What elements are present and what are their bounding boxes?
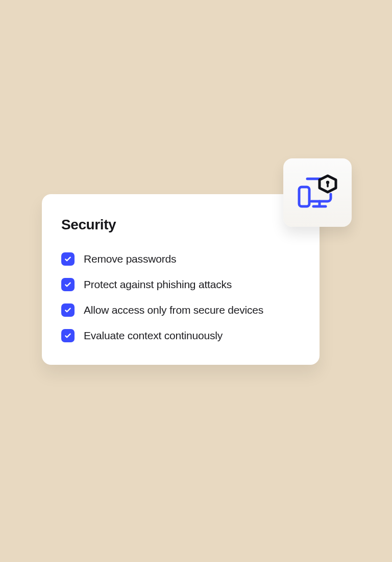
security-check-list: Remove passwords Protect against phishin… — [61, 252, 300, 342]
secure-devices-icon — [295, 173, 340, 213]
check-label: Protect against phishing attacks — [84, 278, 232, 291]
check-label: Allow access only from secure devices — [84, 304, 263, 316]
check-row: Allow access only from secure devices — [61, 303, 300, 317]
checkbox-remove-passwords[interactable] — [61, 252, 75, 266]
check-icon — [64, 306, 72, 314]
checkbox-secure-devices[interactable] — [61, 303, 75, 317]
check-icon — [64, 280, 72, 289]
check-row: Remove passwords — [61, 252, 300, 266]
checkbox-evaluate-context[interactable] — [61, 329, 75, 342]
security-card: Security Remove passwords Protect agains… — [42, 194, 320, 365]
check-row: Evaluate context continuously — [61, 329, 300, 342]
check-row: Protect against phishing attacks — [61, 278, 300, 291]
check-label: Remove passwords — [84, 253, 176, 265]
checkbox-protect-phishing[interactable] — [61, 278, 75, 291]
svg-rect-0 — [299, 187, 309, 206]
check-label: Evaluate context continuously — [84, 330, 223, 342]
security-icon-badge — [283, 158, 352, 227]
check-icon — [64, 332, 72, 340]
check-icon — [64, 255, 72, 263]
card-title: Security — [61, 217, 300, 233]
